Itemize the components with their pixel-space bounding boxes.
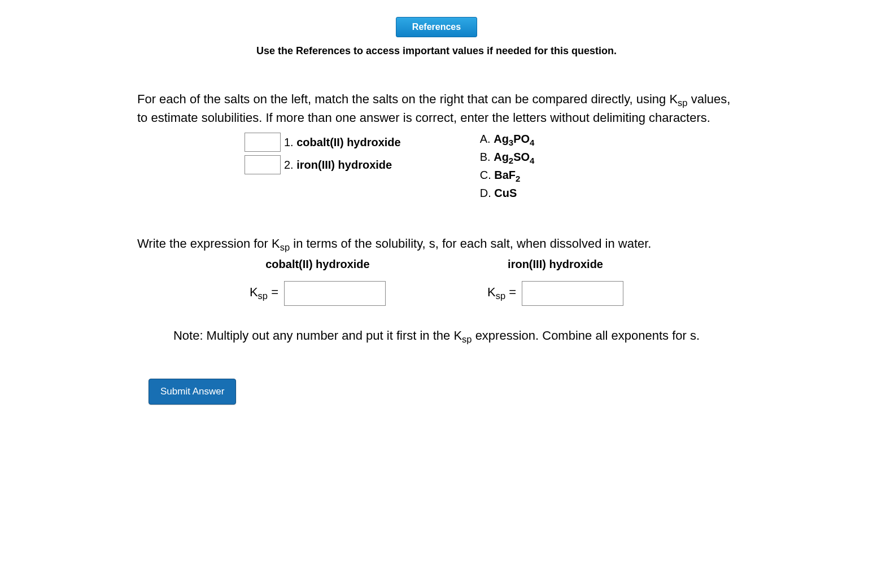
match-num-2: 2. <box>284 159 294 171</box>
ksp-area: cobalt(II) hydroxide Ksp = iron(III) hyd… <box>137 258 736 306</box>
ksp-eq-2: = <box>505 285 516 299</box>
opt-c-sub1: 2 <box>516 174 520 183</box>
match-right-col: A. Ag3PO4 B. Ag2SO4 C. BaF2 D. <box>480 133 535 201</box>
ksp-title-1: cobalt(II) hydroxide <box>250 258 386 271</box>
part2-intro: Write the expression for Ksp in terms of… <box>137 235 736 254</box>
match-row-1: 1. cobalt(II) hydroxide <box>245 133 401 152</box>
opt-a-sub2: 4 <box>530 138 534 147</box>
opt-b-sub1: 2 <box>509 156 513 165</box>
part2-note: Note: Multiply out any number and put it… <box>137 328 736 345</box>
opt-d-base: CuS <box>494 187 517 199</box>
option-letter-b: B. <box>480 151 491 163</box>
note-a: Note: Multiply out any number and put it… <box>173 328 462 343</box>
ksp-title-2: iron(III) hydroxide <box>487 258 623 271</box>
ksp-input-2[interactable] <box>522 281 623 306</box>
match-area: 1. cobalt(II) hydroxide 2. iron(III) hyd… <box>137 133 736 201</box>
opt-b-base: Ag <box>494 151 509 163</box>
part1-intro-sub: sp <box>678 98 687 108</box>
option-letter-a: A. <box>480 133 491 145</box>
ksp-eq-1: = <box>268 285 278 299</box>
opt-b-sub2: 4 <box>530 156 534 165</box>
match-num-1: 1. <box>284 136 294 148</box>
note-b: expression. Combine all exponents for s. <box>472 328 700 343</box>
note-sub: sp <box>462 334 472 344</box>
match-input-2[interactable] <box>245 155 281 174</box>
match-input-1[interactable] <box>245 133 281 152</box>
option-b: B. Ag2SO4 <box>480 151 535 165</box>
opt-a-sub1: 3 <box>509 138 513 147</box>
opt-b-mid: SO <box>513 151 530 163</box>
option-a: A. Ag3PO4 <box>480 133 535 147</box>
match-left-col: 1. cobalt(II) hydroxide 2. iron(III) hyd… <box>245 133 401 201</box>
ksp-row-2: Ksp = <box>487 281 623 306</box>
opt-a-base: Ag <box>494 133 509 145</box>
ksp-col-2: iron(III) hydroxide Ksp = <box>487 258 623 306</box>
submit-button[interactable]: Submit Answer <box>149 379 236 405</box>
ksp-input-1[interactable] <box>284 281 386 306</box>
opt-c-base: BaF <box>494 169 516 181</box>
ksp-sub-2: sp <box>496 291 505 301</box>
option-letter-d: D. <box>480 187 491 199</box>
option-c: C. BaF2 <box>480 169 535 183</box>
part2-intro-sub: sp <box>280 243 290 253</box>
part1-intro: For each of the salts on the left, match… <box>137 91 736 127</box>
match-name-1: cobalt(II) hydroxide <box>296 136 400 148</box>
ksp-sub-1: sp <box>258 291 268 301</box>
match-label-1: 1. cobalt(II) hydroxide <box>284 136 401 149</box>
match-row-2: 2. iron(III) hydroxide <box>245 155 401 174</box>
option-letter-c: C. <box>480 169 491 181</box>
part1-intro-a: For each of the salts on the left, match… <box>137 92 678 106</box>
references-button[interactable]: References <box>396 17 477 37</box>
ksp-col-1: cobalt(II) hydroxide Ksp = <box>250 258 386 306</box>
ksp-row-1: Ksp = <box>250 281 386 306</box>
opt-a-mid: PO <box>513 133 530 145</box>
part2-intro-a: Write the expression for K <box>137 236 280 251</box>
part2-intro-b: in terms of the solubility, s, for each … <box>290 236 651 251</box>
match-label-2: 2. iron(III) hydroxide <box>284 159 392 172</box>
ksp-k-2: K <box>487 285 496 299</box>
option-d: D. CuS <box>480 187 535 201</box>
match-name-2: iron(III) hydroxide <box>296 159 392 171</box>
references-note: Use the References to access important v… <box>137 45 736 57</box>
ksp-k-1: K <box>250 285 258 299</box>
